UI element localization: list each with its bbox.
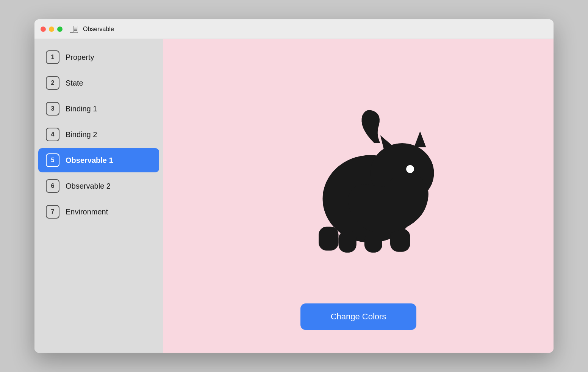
sidebar-item-label-property: Property bbox=[66, 53, 94, 62]
svg-rect-10 bbox=[339, 231, 357, 253]
sidebar-item-label-binding1: Binding 1 bbox=[66, 105, 97, 113]
item-number-3: 3 bbox=[46, 102, 59, 116]
sidebar-item-binding1[interactable]: 3 Binding 1 bbox=[38, 97, 159, 121]
minimize-button[interactable] bbox=[49, 27, 54, 32]
item-number-6: 6 bbox=[46, 179, 59, 193]
cat-container bbox=[178, 54, 538, 296]
window-controls bbox=[41, 27, 63, 32]
main-content: Change Colors bbox=[163, 39, 554, 353]
svg-point-9 bbox=[406, 165, 414, 173]
cat-illustration bbox=[279, 95, 438, 255]
item-number-1: 1 bbox=[46, 50, 59, 64]
sidebar-item-observable2[interactable]: 6 Observable 2 bbox=[38, 174, 159, 198]
item-number-5: 5 bbox=[46, 153, 59, 167]
sidebar-toggle-icon[interactable] bbox=[69, 24, 79, 34]
sidebar-item-environment[interactable]: 7 Environment bbox=[38, 200, 159, 224]
close-button[interactable] bbox=[41, 27, 46, 32]
sidebar-item-label-binding2: Binding 2 bbox=[66, 130, 97, 139]
sidebar-item-state[interactable]: 2 State bbox=[38, 71, 159, 95]
sidebar-item-label-observable1: Observable 1 bbox=[66, 156, 113, 165]
change-colors-button[interactable]: Change Colors bbox=[300, 303, 417, 330]
sidebar-item-observable1[interactable]: 5 Observable 1 bbox=[38, 148, 159, 172]
titlebar: Observable bbox=[34, 19, 554, 39]
svg-rect-13 bbox=[390, 229, 410, 252]
sidebar-item-property[interactable]: 1 Property bbox=[38, 45, 159, 69]
svg-rect-0 bbox=[70, 26, 73, 33]
sidebar-item-binding2[interactable]: 4 Binding 2 bbox=[38, 122, 159, 147]
item-number-2: 2 bbox=[46, 76, 59, 90]
content-area: 1 Property 2 State 3 Binding 1 4 Binding… bbox=[34, 39, 554, 353]
svg-marker-8 bbox=[414, 131, 426, 147]
window-title: Observable bbox=[83, 26, 114, 33]
sidebar: 1 Property 2 State 3 Binding 1 4 Binding… bbox=[34, 39, 163, 353]
sidebar-item-label-observable2: Observable 2 bbox=[66, 182, 111, 191]
sidebar-item-label-state: State bbox=[66, 79, 83, 88]
sidebar-item-label-environment: Environment bbox=[66, 208, 108, 216]
svg-rect-12 bbox=[319, 227, 339, 251]
app-window: Observable 1 Property 2 State 3 Binding … bbox=[34, 19, 554, 353]
item-number-7: 7 bbox=[46, 205, 59, 219]
maximize-button[interactable] bbox=[57, 27, 63, 32]
svg-rect-11 bbox=[364, 233, 382, 253]
item-number-4: 4 bbox=[46, 128, 59, 141]
